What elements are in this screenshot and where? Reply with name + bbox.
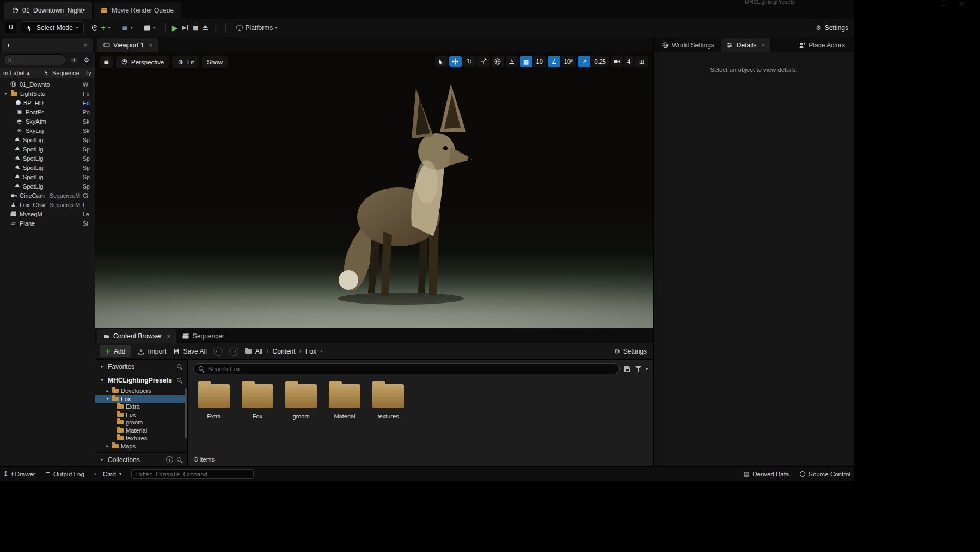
back-button[interactable]: ← xyxy=(213,347,223,356)
rotation-snap-icon[interactable]: ∠ xyxy=(548,56,560,67)
outliner-row[interactable]: SpotLig Sp xyxy=(0,172,95,181)
outliner-row[interactable]: 01_Downto W xyxy=(0,80,95,89)
favorites-section[interactable]: ▸ Favorites xyxy=(95,360,187,373)
close-icon[interactable]: × xyxy=(167,333,170,339)
output-log-button[interactable]: ≡ Output Log xyxy=(45,470,84,477)
select-mode-button[interactable]: Select Mode ▾ xyxy=(21,21,84,34)
viewport-3d[interactable]: ≡ Perspective ◑ Lit Show xyxy=(95,52,653,328)
filter-icon[interactable] xyxy=(635,366,641,372)
show-button[interactable]: Show xyxy=(202,56,228,68)
tab-content-browser[interactable]: Content Browser × xyxy=(97,329,176,343)
chevron-down-icon[interactable]: ▾ xyxy=(646,367,648,372)
maximize-viewport-icon[interactable]: ⊞ xyxy=(635,56,648,67)
tab-level[interactable]: 01_Downtown_Night• xyxy=(4,2,92,19)
content-browser-settings-button[interactable]: ⚙ Settings xyxy=(614,348,649,355)
scale-snap-value[interactable]: 0.25 xyxy=(591,56,609,67)
save-search-icon[interactable] xyxy=(624,366,631,372)
column-sequence[interactable]: Sequence xyxy=(50,70,83,76)
close-icon[interactable]: × xyxy=(84,42,87,48)
edit-link[interactable]: Ed xyxy=(83,100,95,106)
more-options-icon[interactable]: ⋮ xyxy=(212,24,219,32)
project-root-section[interactable]: ▾ MHCLightingPresets xyxy=(95,373,187,387)
select-tool-icon[interactable] xyxy=(435,56,448,67)
maximize-icon[interactable]: ▢ xyxy=(941,1,946,7)
import-button[interactable]: Import xyxy=(137,348,166,355)
viewport-menu-icon[interactable]: ≡ xyxy=(100,56,113,68)
outliner-row[interactable]: ▱Plane St xyxy=(0,219,95,228)
cinematics-button[interactable]: ▾ xyxy=(140,21,158,34)
expander-down-icon[interactable]: ▾ xyxy=(3,91,8,96)
grid-snap-icon[interactable]: ▦ xyxy=(520,56,532,67)
search-icon[interactable] xyxy=(176,457,183,463)
breadcrumb-fox[interactable]: Fox xyxy=(305,348,316,355)
breadcrumb-content[interactable]: Content xyxy=(273,348,296,355)
close-icon[interactable]: ✕ xyxy=(959,1,964,7)
outliner-row[interactable]: ▾LightSetu Fo xyxy=(0,89,95,98)
folder-tile[interactable]: textures xyxy=(367,384,409,420)
outliner-row[interactable]: SpotLig Sp xyxy=(0,144,95,154)
outliner-row[interactable]: ♟Fox_Char SequenceM E xyxy=(0,200,95,209)
folder-tile[interactable]: Fox xyxy=(237,384,278,420)
lit-button[interactable]: ◑ Lit xyxy=(172,56,199,68)
folder-tile[interactable]: Material xyxy=(324,384,365,420)
platforms-button[interactable]: Platforms ▾ xyxy=(232,21,280,34)
blueprints-button[interactable]: ▦ ▾ xyxy=(118,21,136,34)
move-tool-icon[interactable] xyxy=(449,56,462,67)
outliner-search-input[interactable]: h... xyxy=(3,54,66,65)
column-item-label[interactable]: m Label ▲ xyxy=(0,70,42,76)
outliner-row[interactable]: BP_HD Ed xyxy=(0,98,95,107)
rotate-tool-icon[interactable]: ↻ xyxy=(463,56,476,67)
unreal-logo-icon[interactable]: U xyxy=(5,22,16,33)
world-space-icon[interactable] xyxy=(492,56,504,67)
stop-button[interactable]: ■ xyxy=(193,24,198,31)
tree-item-material[interactable]: Material xyxy=(95,427,187,435)
breadcrumb-all[interactable]: All xyxy=(255,348,262,355)
play-button[interactable]: ▶ xyxy=(172,24,178,32)
outliner-row[interactable]: SpotLig Sp xyxy=(0,154,95,163)
derived-data-button[interactable]: ▤ Derived Data xyxy=(744,470,789,477)
outliner-row[interactable]: ☀SkyLig Sk xyxy=(0,126,95,135)
close-icon[interactable]: × xyxy=(762,42,765,48)
tab-details[interactable]: Details × xyxy=(721,38,770,52)
tab-viewport-1[interactable]: Viewport 1 × xyxy=(97,38,158,52)
grid-snap-value[interactable]: 10 xyxy=(533,56,546,67)
add-collection-icon[interactable]: + xyxy=(166,456,173,463)
camera-speed-icon[interactable] xyxy=(611,56,623,67)
folder-tile[interactable]: groom xyxy=(280,384,322,420)
tab-sequencer[interactable]: Sequencer xyxy=(177,329,230,343)
tree-item-textures[interactable]: textures xyxy=(95,434,187,442)
perspective-button[interactable]: Perspective xyxy=(116,56,169,68)
collections-section[interactable]: ▸ Collections + xyxy=(95,452,187,466)
outliner-row[interactable]: ◓SkyAtm Sk xyxy=(0,117,95,126)
scale-snap-icon[interactable]: ↗ xyxy=(578,56,590,67)
minimize-icon[interactable]: – xyxy=(926,1,928,7)
tab-movie-render-queue[interactable]: Movie Render Queue xyxy=(94,2,181,19)
search-icon[interactable] xyxy=(176,363,183,370)
add-actor-button[interactable]: + ▾ xyxy=(88,21,114,34)
tab-place-actors[interactable]: Place Actors xyxy=(793,38,850,52)
skip-button[interactable]: ▶ xyxy=(182,24,188,31)
surface-snap-icon[interactable] xyxy=(506,56,518,67)
console-command-input[interactable] xyxy=(135,471,250,477)
outliner-row[interactable]: SpotLig Sp xyxy=(0,135,95,144)
tree-item-fox-selected[interactable]: ▾Fox xyxy=(95,395,187,403)
source-control-button[interactable]: Source Control xyxy=(800,471,850,477)
tree-item-groom[interactable]: groom xyxy=(95,418,187,427)
outliner-row[interactable]: SpotLig Sp xyxy=(0,163,95,172)
cmd-button[interactable]: ›_ Cmd ▾ xyxy=(94,470,121,477)
settings-button[interactable]: ⚙ Settings xyxy=(816,24,848,32)
new-item-icon[interactable]: ⊞ xyxy=(69,55,79,65)
asset-search-input[interactable] xyxy=(208,366,615,372)
eject-icon[interactable] xyxy=(203,25,208,31)
outliner-row[interactable]: SpotLig Sp xyxy=(0,181,95,191)
folder-tile[interactable]: Extra xyxy=(193,384,235,420)
forward-button[interactable]: → xyxy=(229,347,238,356)
outliner-row[interactable]: ▣PostPr Po xyxy=(0,107,95,117)
tree-item-fox[interactable]: Fox xyxy=(95,411,187,419)
close-icon[interactable]: × xyxy=(149,42,152,48)
rotation-snap-value[interactable]: 10° xyxy=(561,56,577,67)
content-drawer-button[interactable]: ↥ t Drawer xyxy=(3,470,35,477)
add-button[interactable]: + Add xyxy=(100,345,131,357)
tab-outliner[interactable]: r × xyxy=(2,38,93,52)
scale-tool-icon[interactable] xyxy=(477,56,490,67)
